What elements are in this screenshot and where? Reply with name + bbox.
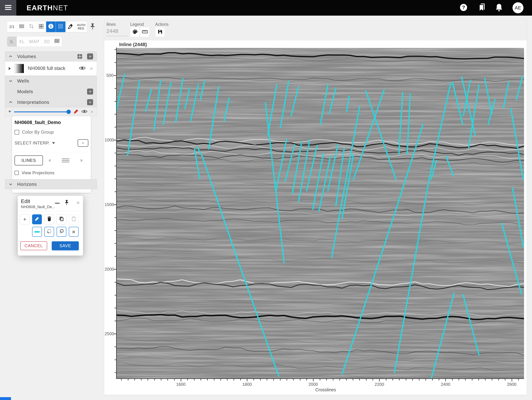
minimize-dialog-button[interactable] bbox=[55, 203, 60, 204]
add-fault-button[interactable]: + bbox=[20, 214, 30, 224]
tick-mark bbox=[300, 379, 300, 381]
delete-fault-button[interactable] bbox=[44, 214, 54, 224]
remove-interpretation-button[interactable]: × bbox=[90, 109, 94, 115]
tab-xl[interactable]: XL bbox=[17, 37, 27, 46]
tab-3d[interactable]: 3D bbox=[42, 37, 52, 46]
tick-mark bbox=[114, 140, 116, 140]
edit-pencil-button[interactable] bbox=[74, 109, 79, 115]
ilines-button-label: ILINES bbox=[21, 158, 36, 163]
colormap-legend-button[interactable] bbox=[130, 27, 140, 37]
opacity-slider[interactable] bbox=[14, 110, 71, 114]
help-icon: ? bbox=[459, 3, 468, 12]
ilines-input[interactable] bbox=[106, 28, 128, 36]
ruler-legend-button[interactable] bbox=[140, 27, 150, 37]
viewer-toolbar: ilines Legend Actions bbox=[104, 19, 527, 40]
folded-map-icon bbox=[54, 39, 60, 45]
panel-layout-button[interactable] bbox=[17, 21, 27, 32]
collapse-card-button[interactable]: − bbox=[78, 139, 88, 147]
user-avatar[interactable]: AE bbox=[513, 2, 524, 13]
lasso-select-tool-button[interactable] bbox=[44, 227, 54, 237]
basemap-button[interactable] bbox=[52, 37, 62, 46]
tick-label: 2200 bbox=[375, 382, 384, 387]
seismic-image[interactable] bbox=[117, 48, 524, 378]
remove-volume-button[interactable]: × bbox=[89, 65, 93, 71]
pencil-icon bbox=[35, 216, 39, 222]
tab-map[interactable]: MAP bbox=[27, 37, 42, 46]
view-mode-tabs: IL XL MAP 3D bbox=[7, 36, 62, 47]
add-model-button[interactable]: + bbox=[87, 89, 93, 95]
pin-toolbar-button[interactable] bbox=[89, 23, 95, 31]
save-view-button[interactable] bbox=[155, 27, 165, 37]
add-interpretation-button[interactable]: + bbox=[87, 99, 93, 105]
select-interp-dropdown[interactable]: SELECT INTERP. bbox=[14, 141, 55, 146]
save-button[interactable]: SAVE bbox=[52, 241, 79, 250]
edit-dialog-header[interactable]: Edit NH0608_fault_De... × bbox=[18, 196, 83, 211]
auto-res-button[interactable]: AUTO RES. bbox=[75, 21, 87, 32]
interpretation-visibility-toggle[interactable] bbox=[81, 109, 88, 114]
bookmarks-icon bbox=[477, 3, 485, 13]
paste-button[interactable] bbox=[69, 214, 79, 224]
tab-il[interactable]: IL bbox=[7, 37, 17, 46]
models-header[interactable]: Models + bbox=[5, 87, 97, 97]
eyedropper-button[interactable] bbox=[66, 21, 75, 32]
prev-line-button[interactable] bbox=[48, 159, 51, 162]
horizons-header[interactable]: Horizons bbox=[5, 179, 97, 189]
box-select-tool-button[interactable] bbox=[57, 227, 66, 237]
view-projections-checkbox[interactable] bbox=[14, 171, 19, 175]
tick-mark bbox=[114, 372, 116, 373]
copy-button[interactable] bbox=[57, 214, 66, 224]
tick-mark bbox=[114, 179, 116, 179]
fault-segment-tool-button[interactable] bbox=[32, 227, 42, 237]
save-label: SAVE bbox=[59, 243, 71, 248]
deselect-tool-button[interactable]: × bbox=[69, 227, 79, 237]
tick-mark bbox=[512, 379, 512, 381]
close-dialog-button[interactable]: × bbox=[76, 200, 80, 206]
tick-mark bbox=[412, 379, 413, 381]
expand-caret-icon[interactable] bbox=[9, 67, 11, 70]
plus-icon: + bbox=[89, 100, 91, 105]
wells-header[interactable]: Wells bbox=[5, 76, 97, 86]
top-bar: EARTHNET ? AE bbox=[0, 0, 532, 16]
slider-knob[interactable] bbox=[66, 110, 71, 114]
line-list-button[interactable] bbox=[62, 158, 70, 162]
interpretations-panel: Interpretations + × bbox=[5, 97, 97, 116]
tick-mark bbox=[379, 379, 380, 381]
volume-item-row[interactable]: NH0608 full stack × bbox=[5, 61, 97, 76]
volumes-header[interactable]: Volumes + bbox=[5, 52, 97, 61]
page-indicator-button[interactable]: 2/1 bbox=[7, 21, 17, 32]
bookmarks-button[interactable] bbox=[477, 4, 486, 12]
crop-button[interactable] bbox=[27, 21, 36, 32]
pin-dialog-button[interactable] bbox=[64, 200, 69, 206]
collapse-caret-icon[interactable] bbox=[8, 111, 11, 113]
tick-mark bbox=[273, 379, 274, 381]
volumes-layout-icon[interactable] bbox=[77, 54, 82, 59]
wells-panel: Wells bbox=[5, 76, 97, 86]
color-by-group-checkbox-row[interactable]: Color By Group bbox=[14, 129, 88, 135]
tick-label: 1800 bbox=[242, 382, 252, 387]
box-select-icon bbox=[59, 229, 64, 235]
edit-dialog: Edit NH0608_fault_De... × + bbox=[18, 196, 83, 256]
help-button[interactable]: ? bbox=[459, 4, 468, 12]
info-toggle-button[interactable] bbox=[46, 21, 56, 32]
next-line-button[interactable] bbox=[81, 159, 83, 162]
add-volume-button[interactable]: + bbox=[87, 53, 93, 59]
tick-mark bbox=[114, 295, 116, 296]
tick-mark bbox=[114, 347, 116, 347]
view-projections-checkbox-row[interactable]: View Projections bbox=[14, 168, 88, 180]
auto-res-label: AUTO RES. bbox=[76, 23, 86, 30]
tick-mark bbox=[167, 379, 168, 381]
draw-fault-button[interactable] bbox=[32, 214, 42, 224]
tick-mark bbox=[406, 379, 406, 381]
tick-label: 1000 bbox=[105, 137, 114, 142]
ilines-mode-button[interactable]: ILINES bbox=[14, 155, 43, 165]
tick-mark bbox=[386, 379, 386, 381]
notifications-button[interactable] bbox=[495, 4, 503, 12]
interpretations-header[interactable]: Interpretations + bbox=[5, 97, 97, 107]
dots-grid-toggle-button[interactable] bbox=[56, 21, 66, 32]
grid-crosshair-button[interactable] bbox=[36, 21, 46, 32]
volume-visibility-toggle[interactable] bbox=[79, 66, 86, 71]
color-by-group-checkbox[interactable] bbox=[14, 130, 19, 135]
tick-mark bbox=[114, 192, 116, 192]
cancel-button[interactable]: CANCEL bbox=[20, 241, 47, 250]
hamburger-menu-button[interactable] bbox=[0, 0, 16, 16]
